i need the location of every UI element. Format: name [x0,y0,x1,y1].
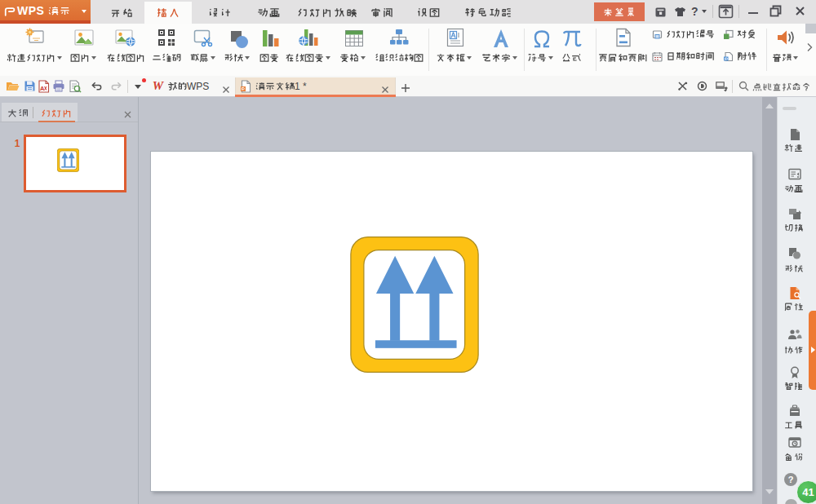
svg-text:A: A [40,85,45,92]
